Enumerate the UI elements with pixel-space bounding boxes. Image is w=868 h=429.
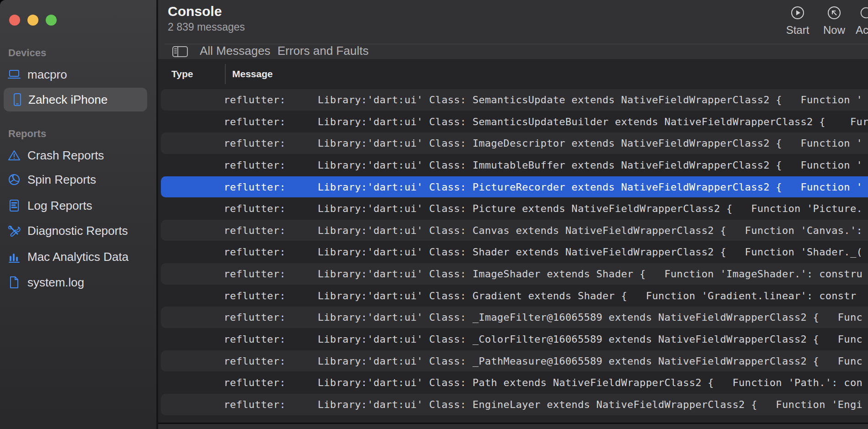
table-row[interactable]: reflutter:Library:'dart:ui' Class: Path …: [158, 372, 868, 394]
main-area: Console 2 839 messages Start Now: [158, 0, 868, 429]
row-process: reflutter:: [218, 241, 286, 263]
activities-button-clipped[interactable]: Ac: [855, 5, 868, 37]
laptop-icon: [8, 68, 21, 81]
row-message: Library:'dart:ui' Class: SemanticsUpdate…: [318, 111, 868, 133]
row-process: reflutter:: [218, 350, 286, 372]
sidebar-item-label: system.log: [27, 275, 84, 290]
row-message: Library:'dart:ui' Class: Canvas extends …: [318, 220, 868, 242]
table-rows: reflutter:Library:'dart:ui' Class: Seman…: [158, 89, 868, 416]
sidebar-item-spin-reports[interactable]: Spin Reports: [0, 169, 156, 190]
sidebar-item-diagnostic-reports[interactable]: Diagnostic Reports: [0, 221, 156, 241]
bar-chart-icon: [8, 250, 21, 263]
sidebar-item-label: Mac Analytics Data: [27, 250, 128, 264]
row-process: reflutter:: [218, 154, 286, 176]
sidebar-toggle-icon[interactable]: [172, 46, 188, 59]
log-document-icon: [8, 199, 21, 212]
window-controls: [9, 15, 57, 26]
row-process: reflutter:: [218, 176, 286, 198]
activities-button-label: Ac: [855, 24, 868, 37]
row-message: Library:'dart:ui' Class: EngineLayer ext…: [318, 394, 868, 416]
sidebar-item-label: Spin Reports: [27, 173, 96, 187]
row-process: reflutter:: [218, 307, 286, 328]
table-row[interactable]: reflutter:Library:'dart:ui' Class: Shade…: [158, 241, 868, 263]
table-row[interactable]: reflutter:Library:'dart:ui' Class: Gradi…: [158, 285, 868, 307]
column-resize-handle[interactable]: [225, 64, 226, 84]
row-message: Library:'dart:ui' Class: Path extends Na…: [318, 372, 868, 394]
now-button-label: Now: [814, 24, 855, 37]
sidebar-item-crash-reports[interactable]: Crash Reports: [0, 145, 156, 165]
column-header-message[interactable]: Message: [232, 59, 273, 89]
wrench-screwdriver-icon: [8, 224, 21, 237]
row-message: Library:'dart:ui' Class: Gradient extend…: [318, 285, 868, 307]
sidebar-item-label: macpro: [27, 68, 67, 82]
page-title: Console: [168, 4, 222, 19]
table-row[interactable]: reflutter:Library:'dart:ui' Class: Engin…: [158, 394, 868, 416]
sidebar-item-label: Log Reports: [27, 199, 92, 213]
row-process: reflutter:: [218, 132, 286, 154]
table-row[interactable]: reflutter:Library:'dart:ui' Class: Pictu…: [158, 198, 868, 220]
sidebar: Devices macpro Zaheck iPhone Reports Cra…: [0, 0, 156, 429]
row-message: Library:'dart:ui' Class: PictureRecorder…: [318, 176, 868, 198]
sidebar-item-label: Diagnostic Reports: [27, 224, 128, 238]
row-message: Library:'dart:ui' Class: ImageDescriptor…: [318, 132, 868, 154]
row-message: Library:'dart:ui' Class: Shader extends …: [318, 241, 868, 263]
row-process: reflutter:: [218, 111, 286, 133]
table-row[interactable]: reflutter:Library:'dart:ui' Class: Seman…: [158, 111, 868, 133]
row-process: reflutter:: [218, 285, 286, 307]
table-row[interactable]: reflutter:Library:'dart:ui' Class: Image…: [158, 132, 868, 154]
warning-triangle-icon: [8, 149, 21, 162]
sidebar-item-log-reports[interactable]: Log Reports: [0, 196, 156, 216]
sidebar-item-system-log[interactable]: system.log: [0, 272, 156, 292]
log-table: Type Message reflutter:Library:'dart:ui'…: [158, 59, 868, 423]
play-circle-icon: [777, 5, 818, 20]
sidebar-item-macpro[interactable]: macpro: [0, 64, 156, 85]
zoom-window-button[interactable]: [46, 15, 57, 26]
sidebar-item-label: Crash Reports: [27, 148, 104, 163]
row-message: Library:'dart:ui' Class: ImmutableBuffer…: [318, 154, 868, 176]
row-message: Library:'dart:ui' Class: SemanticsUpdate…: [318, 89, 868, 111]
bottom-pane: [158, 424, 868, 429]
sidebar-item-label: Zaheck iPhone: [28, 93, 107, 107]
row-process: reflutter:: [218, 328, 286, 350]
start-button[interactable]: Start: [777, 5, 818, 37]
table-row[interactable]: reflutter:Library:'dart:ui' Class: _Colo…: [158, 328, 868, 350]
tab-all-messages[interactable]: All Messages: [200, 44, 271, 58]
file-icon: [8, 276, 21, 289]
clipped-circle-icon: [855, 5, 868, 20]
row-message: Library:'dart:ui' Class: _ImageFilter@16…: [318, 307, 868, 328]
table-header: Type Message: [158, 59, 868, 89]
tab-errors-and-faults[interactable]: Errors and Faults: [277, 44, 368, 58]
iphone-icon: [11, 93, 24, 106]
row-process: reflutter:: [218, 394, 286, 416]
row-message: Library:'dart:ui' Class: _PathMeasure@16…: [318, 350, 868, 372]
sidebar-item-mac-analytics-data[interactable]: Mac Analytics Data: [0, 247, 156, 267]
row-process: reflutter:: [218, 263, 286, 285]
row-process: reflutter:: [218, 220, 286, 242]
sidebar-section-devices: Devices: [8, 47, 46, 59]
pinwheel-icon: [8, 173, 21, 186]
now-button[interactable]: Now: [814, 5, 855, 37]
row-process: reflutter:: [218, 198, 286, 220]
table-row[interactable]: reflutter:Library:'dart:ui' Class: _Imag…: [158, 307, 868, 328]
header: Console 2 839 messages Start Now: [158, 0, 868, 44]
row-process: reflutter:: [218, 89, 286, 111]
table-row[interactable]: reflutter:Library:'dart:ui' Class: Seman…: [158, 89, 868, 111]
minimize-window-button[interactable]: [27, 15, 38, 26]
arrow-up-left-circle-icon: [814, 5, 855, 20]
console-window: Devices macpro Zaheck iPhone Reports Cra…: [0, 0, 868, 429]
filter-bar: All Messages Errors and Faults: [158, 44, 868, 58]
close-window-button[interactable]: [9, 15, 20, 26]
table-row[interactable]: reflutter:Library:'dart:ui' Class: Image…: [158, 263, 868, 285]
row-message: Library:'dart:ui' Class: _ColorFilter@16…: [318, 328, 868, 350]
table-row[interactable]: reflutter:Library:'dart:ui' Class: _Path…: [158, 350, 868, 372]
row-message: Library:'dart:ui' Class: Picture extends…: [318, 198, 868, 220]
start-button-label: Start: [777, 24, 818, 37]
row-process: reflutter:: [218, 372, 286, 394]
message-count: 2 839 messages: [168, 21, 245, 33]
row-message: Library:'dart:ui' Class: ImageShader ext…: [318, 263, 868, 285]
column-header-type[interactable]: Type: [171, 59, 193, 89]
table-row-selected[interactable]: reflutter:Library:'dart:ui' Class: Pictu…: [158, 176, 868, 198]
table-row[interactable]: reflutter:Library:'dart:ui' Class: Canva…: [158, 220, 868, 242]
sidebar-item-zaheck-iphone[interactable]: Zaheck iPhone: [4, 88, 147, 111]
table-row[interactable]: reflutter:Library:'dart:ui' Class: Immut…: [158, 154, 868, 176]
